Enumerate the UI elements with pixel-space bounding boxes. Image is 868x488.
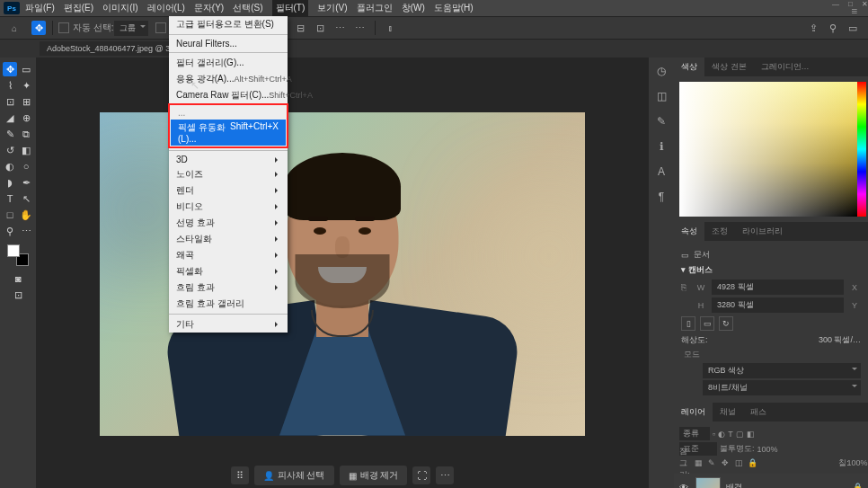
hand-tool-icon[interactable]: ✋ — [19, 208, 33, 222]
width-field[interactable]: 4928 픽셀 — [712, 279, 844, 295]
stamp-tool-icon[interactable]: ⧉ — [19, 127, 33, 141]
submenu-render[interactable]: 렌더 — [169, 182, 288, 199]
auto-select-dropdown[interactable]: 그룹 — [114, 21, 148, 36]
heal-tool-icon[interactable]: ⊕ — [19, 111, 33, 125]
orient-landscape-icon[interactable]: ▭ — [700, 316, 714, 331]
submenu-video[interactable]: 비디오 — [169, 199, 288, 215]
menu-item-lens-correction[interactable]: ... — [171, 106, 286, 120]
lock-pixel-icon[interactable]: ✎ — [706, 457, 717, 468]
menu-select[interactable]: 선택(S) — [233, 2, 262, 14]
swatches-panel-icon[interactable]: ◫ — [657, 90, 667, 102]
menu-filter[interactable]: 필터(T) — [272, 0, 309, 16]
search-icon[interactable]: ⚲ — [826, 21, 840, 35]
distribute-icon[interactable]: ⋯ — [332, 21, 347, 35]
submenu-noise[interactable]: 노이즈 — [169, 166, 288, 182]
link-dims-icon[interactable]: ⎘ — [681, 282, 690, 292]
pen-tool-icon[interactable]: ✒ — [19, 175, 33, 190]
submenu-blur-gallery[interactable]: 흐림 효과 갤러리 — [169, 296, 288, 312]
move-tool-icon[interactable]: ✥ — [31, 21, 46, 35]
tab-gradients[interactable]: 그레이디언… — [754, 58, 817, 76]
transform-icon[interactable]: ⛶ — [412, 466, 430, 484]
blur-tool-icon[interactable]: ○ — [19, 159, 33, 173]
menu-help[interactable]: 도움말(H) — [434, 2, 474, 14]
height-field[interactable]: 3280 픽셀 — [712, 297, 844, 313]
path-tool-icon[interactable]: ↖ — [19, 191, 33, 206]
brush-tool-icon[interactable]: ✎ — [3, 127, 17, 141]
lock-all-icon[interactable]: 🔒 — [747, 457, 757, 468]
filter-shape-icon[interactable]: ▢ — [736, 430, 744, 439]
opacity-field[interactable]: 100% — [757, 445, 778, 454]
submenu-stylize[interactable]: 스타일화 — [169, 231, 288, 247]
more-icon[interactable]: ⋯ — [436, 466, 454, 484]
gradient-tool-icon[interactable]: ◐ — [3, 159, 17, 173]
menu-item-filter-gallery[interactable]: 필터 갤러리(G)... — [169, 55, 288, 71]
lasso-tool-icon[interactable]: ⌇ — [3, 78, 17, 93]
filter-kind-dropdown[interactable]: 종류 — [679, 427, 710, 440]
select-subject-button[interactable]: 👤피사체 선택 — [254, 466, 334, 485]
eraser-tool-icon[interactable]: ◧ — [19, 143, 33, 157]
tab-libraries[interactable]: 라이브러리 — [735, 222, 790, 241]
tab-color[interactable]: 색상 — [674, 58, 704, 76]
auto-select-checkbox[interactable] — [58, 22, 69, 33]
menu-view[interactable]: 보기(V) — [317, 2, 347, 14]
workspace-icon[interactable]: ▭ — [846, 21, 860, 35]
move-tool-icon[interactable]: ✥ — [3, 62, 17, 76]
paragraph-panel-icon[interactable]: ¶ — [659, 191, 664, 203]
screenmode-icon[interactable]: ⊡ — [11, 288, 25, 302]
filter-pixel-icon[interactable]: ▫ — [713, 430, 715, 439]
menu-item-convert-smart[interactable]: 고급 필터용으로 변환(S) — [169, 16, 288, 32]
canvas-section-label[interactable]: ▾ 캔버스 — [681, 264, 861, 276]
quickmask-icon[interactable]: ◙ — [11, 271, 25, 286]
menu-layer[interactable]: 레이어(L) — [147, 2, 185, 14]
info-panel-icon[interactable]: ℹ — [660, 140, 664, 153]
submenu-distort[interactable]: 왜곡 — [169, 247, 288, 263]
color-swatches[interactable] — [7, 244, 29, 266]
lock-nest-icon[interactable]: ◫ — [733, 457, 744, 468]
drag-handle-icon[interactable]: ⠿ — [231, 466, 249, 484]
orient-portrait-icon[interactable]: ▯ — [681, 316, 695, 331]
menu-plugins[interactable]: 플러그인 — [357, 2, 393, 14]
character-panel-icon[interactable]: A — [658, 165, 665, 178]
tab-paths[interactable]: 패스 — [743, 403, 774, 421]
submenu-3d[interactable]: 3D — [169, 153, 288, 166]
tab-layers[interactable]: 레이어 — [674, 403, 713, 421]
home-icon[interactable]: ⌂ — [5, 20, 23, 36]
crop-tool-icon[interactable]: ⊡ — [3, 94, 17, 109]
layer-thumbnail[interactable] — [695, 477, 721, 488]
history-panel-icon[interactable]: ◷ — [657, 65, 666, 77]
shape-tool-icon[interactable]: □ — [3, 208, 17, 222]
menu-item-liquify[interactable]: 픽셀 유동화(L)...Shift+Ctrl+X — [171, 120, 286, 146]
history-tool-icon[interactable]: ↺ — [3, 143, 17, 157]
eyedropper-tool-icon[interactable]: ◢ — [3, 111, 17, 125]
hue-slider[interactable] — [857, 82, 866, 217]
share-icon[interactable]: ⇪ — [806, 21, 820, 35]
3d-mode-icon[interactable]: ⫾ — [384, 21, 398, 35]
frame-tool-icon[interactable]: ⊞ — [19, 94, 33, 109]
submenu-other[interactable]: 기타 — [169, 316, 288, 333]
tab-properties[interactable]: 속성 — [674, 222, 704, 241]
distribute-icon[interactable]: ⊡ — [313, 21, 327, 35]
submenu-sharpen[interactable]: 선명 효과 — [169, 215, 288, 231]
brushes-panel-icon[interactable]: ✎ — [657, 115, 666, 128]
submenu-blur[interactable]: 흐림 효과 — [169, 279, 288, 296]
panel-menu-icon[interactable]: ≡ — [845, 2, 864, 20]
layer-name[interactable]: 배경 — [726, 482, 742, 489]
window-min-icon[interactable]: — — [832, 0, 839, 13]
bit-depth-dropdown[interactable]: 8비트/채널 — [703, 380, 861, 395]
remove-background-button[interactable]: ▦배경 제거 — [340, 466, 408, 485]
lock-pos-icon[interactable]: ✥ — [720, 457, 731, 468]
type-tool-icon[interactable]: T — [3, 191, 17, 206]
menu-item-wide-angle[interactable]: 응용 광각(A)...Alt+Shift+Ctrl+A — [169, 71, 288, 87]
transform-checkbox[interactable] — [155, 22, 166, 33]
marquee-tool-icon[interactable]: ▭ — [19, 62, 33, 76]
color-field[interactable] — [679, 82, 857, 217]
menu-window[interactable]: 창(W) — [402, 2, 425, 14]
resolution-value[interactable]: 300 픽셀/… — [819, 334, 861, 346]
color-mode-dropdown[interactable]: RGB 색상 — [703, 363, 861, 378]
menu-file[interactable]: 파일(F) — [25, 2, 55, 14]
wand-tool-icon[interactable]: ✦ — [19, 78, 33, 93]
fill-field[interactable]: 100% — [852, 457, 863, 468]
lock-icon[interactable]: 🔒 — [853, 483, 863, 488]
dodge-tool-icon[interactable]: ◗ — [3, 175, 17, 190]
tab-swatches[interactable]: 색상 견본 — [704, 58, 754, 76]
